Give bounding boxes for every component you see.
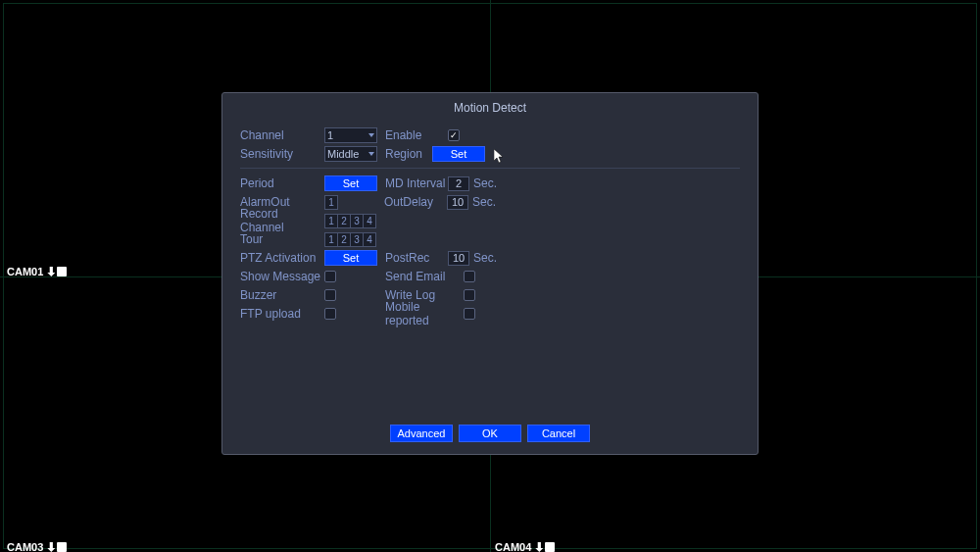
show-message-label: Show Message <box>240 270 324 283</box>
send-email-label: Send Email <box>385 270 464 283</box>
ftp-upload-label: FTP upload <box>240 307 324 321</box>
write-log-checkbox[interactable] <box>464 289 475 301</box>
send-email-checkbox[interactable] <box>464 271 475 282</box>
postrec-input[interactable]: 10 <box>448 251 469 266</box>
advanced-button[interactable]: Advanced <box>390 425 453 442</box>
postrec-label: PostRec <box>385 251 448 265</box>
outdelay-label: OutDelay <box>384 195 447 209</box>
channel-label: Channel <box>240 128 324 142</box>
sec-label: Sec. <box>473 251 497 265</box>
enable-checkbox[interactable]: ✓ <box>448 129 460 141</box>
channel-select[interactable]: 1 <box>324 127 377 143</box>
dialog-title: Motion Detect <box>222 93 758 126</box>
mobile-reported-label: Mobile reported <box>385 300 464 327</box>
show-message-checkbox[interactable] <box>324 271 336 282</box>
ptz-label: PTZ Activation <box>240 251 324 265</box>
divider <box>240 168 740 169</box>
record-channel-1[interactable]: 1 <box>324 214 338 228</box>
ok-button[interactable]: OK <box>459 425 521 442</box>
record-channel-label: Record Channel <box>240 207 324 234</box>
md-interval-label: MD Interval <box>385 176 448 190</box>
tour-channel-2[interactable]: 2 <box>337 232 351 247</box>
record-channel-2[interactable]: 2 <box>337 214 351 228</box>
sec-label: Sec. <box>472 195 496 209</box>
record-icon <box>57 542 67 552</box>
chevron-down-icon <box>368 133 374 137</box>
ptz-set-button[interactable]: Set <box>324 250 377 266</box>
sec-label: Sec. <box>473 176 497 190</box>
record-icon <box>545 542 555 552</box>
camera-label-4: CAM04 <box>495 541 555 552</box>
record-channel-3[interactable]: 3 <box>350 214 364 228</box>
period-set-button[interactable]: Set <box>324 176 377 191</box>
mobile-reported-checkbox[interactable] <box>464 308 475 320</box>
mic-icon <box>47 542 55 552</box>
camera-label-1: CAM01 <box>7 266 67 277</box>
sensitivity-select[interactable]: Middle <box>324 146 377 162</box>
tour-label: Tour <box>240 232 324 246</box>
mic-icon <box>47 267 55 276</box>
tour-channel-3[interactable]: 3 <box>350 232 364 247</box>
alarmout-channel-1[interactable]: 1 <box>324 195 338 210</box>
tour-channel-4[interactable]: 4 <box>363 232 376 247</box>
record-icon <box>57 267 67 276</box>
region-label: Region <box>385 147 432 161</box>
camera-label-3: CAM03 <box>7 541 67 552</box>
tour-channel-1[interactable]: 1 <box>324 232 338 247</box>
ftp-upload-checkbox[interactable] <box>324 308 336 320</box>
dialog-footer: Advanced OK Cancel <box>222 425 758 442</box>
cancel-button[interactable]: Cancel <box>527 425 590 442</box>
motion-detect-dialog: Motion Detect Channel 1 Enable ✓ Sensiti… <box>221 92 759 455</box>
outdelay-input[interactable]: 10 <box>447 195 468 210</box>
period-label: Period <box>240 176 324 190</box>
region-set-button[interactable]: Set <box>432 146 485 162</box>
chevron-down-icon <box>368 152 374 156</box>
sensitivity-label: Sensitivity <box>240 147 324 161</box>
md-interval-input[interactable]: 2 <box>448 176 469 191</box>
enable-label: Enable <box>385 128 432 142</box>
record-channel-4[interactable]: 4 <box>363 214 376 228</box>
buzzer-checkbox[interactable] <box>324 289 336 301</box>
buzzer-label: Buzzer <box>240 288 324 302</box>
mic-icon <box>535 542 543 552</box>
